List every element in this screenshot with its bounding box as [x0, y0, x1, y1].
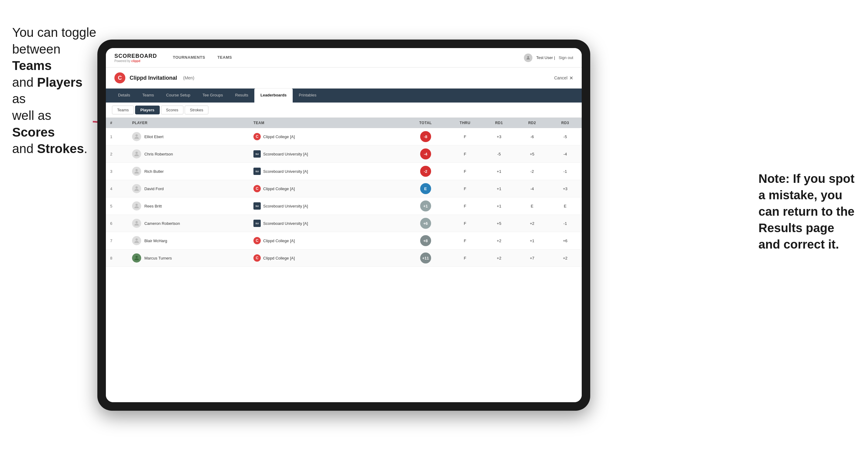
rank-cell: 2: [106, 146, 128, 163]
rank-cell: 1: [106, 128, 128, 146]
tournament-title-area: C Clippd Invitational (Men): [114, 72, 194, 83]
tab-results[interactable]: Results: [229, 89, 254, 102]
tab-course-setup[interactable]: Course Setup: [160, 89, 196, 102]
player-avatar: [132, 236, 141, 245]
score-badge: +11: [420, 252, 431, 263]
rd2-cell: +2: [516, 215, 549, 232]
team-logo-clippd: C: [253, 133, 261, 140]
player-name-cell: Rees Britt: [128, 197, 249, 215]
right-annotation: Note: If you spot a mistake, you can ret…: [758, 170, 856, 252]
team-name: Scoreboard University [A]: [263, 169, 308, 174]
team-name: Scoreboard University [A]: [263, 204, 308, 209]
total-cell: -2: [403, 163, 447, 180]
cancel-button[interactable]: Cancel ✕: [554, 75, 573, 81]
subtab-players[interactable]: Players: [135, 105, 159, 115]
col-header-num: #: [106, 118, 128, 128]
team-cell: SU Scoreboard University [A]: [249, 197, 403, 215]
rd3-cell: E: [549, 197, 582, 215]
player-avatar: [132, 184, 141, 193]
team-name: Clippd College [A]: [263, 134, 295, 139]
rank-cell: 8: [106, 249, 128, 267]
player-name-cell: Chris Robertson: [128, 146, 249, 163]
table-row: 5 Rees Britt SU Scoreboard University [A…: [106, 197, 582, 215]
total-cell: -4: [403, 146, 447, 163]
rd1-cell: +2: [483, 232, 516, 249]
svg-point-8: [136, 239, 138, 241]
sign-out-link[interactable]: Sign out: [559, 55, 573, 60]
score-badge: -4: [420, 149, 431, 159]
team-cell: SU Scoreboard University [A]: [249, 163, 403, 180]
table-row: 3 Rich Butler SU Scoreboard University […: [106, 163, 582, 180]
tab-printables[interactable]: Printables: [293, 89, 322, 102]
team-logo-scoreboard: SU: [253, 168, 261, 175]
left-annotation: You can toggle between Teams and Players…: [12, 24, 97, 157]
svg-point-1: [528, 56, 529, 58]
table-row: 2 Chris Robertson SU Scoreboard Universi…: [106, 146, 582, 163]
team-logo-scoreboard: SU: [253, 202, 261, 210]
team-logo-clippd: C: [253, 237, 261, 244]
col-header-thru: THRU: [447, 118, 483, 128]
table-row: 6 Cameron Robertson SU Scoreboard Univer…: [106, 215, 582, 232]
subtab-teams[interactable]: Teams: [112, 105, 134, 115]
rd2-cell: -2: [516, 163, 549, 180]
svg-point-2: [136, 134, 138, 136]
tablet-screen: SCOREBOARD Powered by clippd TOURNAMENTS…: [106, 48, 582, 402]
player-name-cell: Elliot Ebert: [128, 128, 249, 146]
team-logo-scoreboard: SU: [253, 150, 261, 158]
player-avatar: [132, 253, 141, 262]
thru-cell: F: [447, 215, 483, 232]
team-name: Clippd College [A]: [263, 256, 295, 260]
rd1-cell: +3: [483, 128, 516, 146]
rd3-cell: +6: [549, 232, 582, 249]
team-name: Scoreboard University [A]: [263, 221, 308, 226]
rd1-cell: -5: [483, 146, 516, 163]
rd2-cell: +7: [516, 249, 549, 267]
player-name-cell: Cameron Robertson: [128, 215, 249, 232]
score-badge: +6: [420, 218, 431, 229]
player-name: Cameron Robertson: [144, 221, 180, 226]
close-icon: ✕: [569, 75, 573, 81]
tab-tee-groups[interactable]: Tee Groups: [196, 89, 229, 102]
player-avatar: [132, 167, 141, 176]
col-header-rd1: RD1: [483, 118, 516, 128]
subtab-scores[interactable]: Scores: [161, 105, 183, 115]
tab-leaderboards[interactable]: Leaderboards: [254, 89, 293, 102]
team-cell: SU Scoreboard University [A]: [249, 215, 403, 232]
player-name: Blair McHarg: [144, 239, 167, 243]
team-cell: SU Scoreboard University [A]: [249, 146, 403, 163]
svg-point-9: [136, 256, 138, 258]
tournament-header: C Clippd Invitational (Men) Cancel ✕: [106, 67, 582, 89]
tablet-frame: SCOREBOARD Powered by clippd TOURNAMENTS…: [97, 39, 590, 411]
col-header-player: PLAYER: [128, 118, 249, 128]
rank-cell: 6: [106, 215, 128, 232]
team-logo-scoreboard: SU: [253, 220, 261, 227]
svg-point-5: [136, 186, 138, 189]
rd3-cell: +2: [549, 249, 582, 267]
score-badge: E: [420, 183, 431, 194]
total-cell: -8: [403, 128, 447, 146]
thru-cell: F: [447, 249, 483, 267]
rd1-cell: +1: [483, 197, 516, 215]
logo-text: SCOREBOARD: [114, 53, 157, 59]
rd1-cell: +1: [483, 180, 516, 197]
player-name-cell: Blair McHarg: [128, 232, 249, 249]
player-avatar: [132, 149, 141, 158]
table-row: 4 David Ford C Clippd College [A] E F +1…: [106, 180, 582, 197]
table-row: 8 Marcus Turners C Clippd College [A] +1…: [106, 249, 582, 267]
player-name: Rich Butler: [144, 169, 164, 174]
player-name: David Ford: [144, 186, 164, 191]
rd2-cell: E: [516, 197, 549, 215]
rd2-cell: -4: [516, 180, 549, 197]
table-row: 1 Elliot Ebert C Clippd College [A] -8 F…: [106, 128, 582, 146]
rd3-cell: -5: [549, 128, 582, 146]
thru-cell: F: [447, 163, 483, 180]
tab-teams[interactable]: Teams: [136, 89, 160, 102]
tab-nav: Details Teams Course Setup Tee Groups Re…: [106, 89, 582, 102]
subtab-strokes[interactable]: Strokes: [185, 105, 208, 115]
nav-tournaments[interactable]: TOURNAMENTS: [167, 48, 211, 67]
total-cell: +1: [403, 197, 447, 215]
team-cell: C Clippd College [A]: [249, 128, 403, 146]
nav-teams[interactable]: TEAMS: [211, 48, 238, 67]
tab-details[interactable]: Details: [112, 89, 136, 102]
leaderboard-table: # PLAYER TEAM TOTAL THRU RD1 RD2 RD3 1: [106, 118, 582, 402]
